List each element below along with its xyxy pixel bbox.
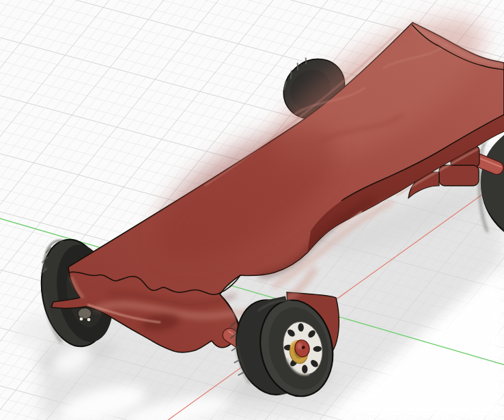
3d-scene: [0, 0, 504, 420]
cad-viewport-canvas[interactable]: [0, 0, 504, 420]
